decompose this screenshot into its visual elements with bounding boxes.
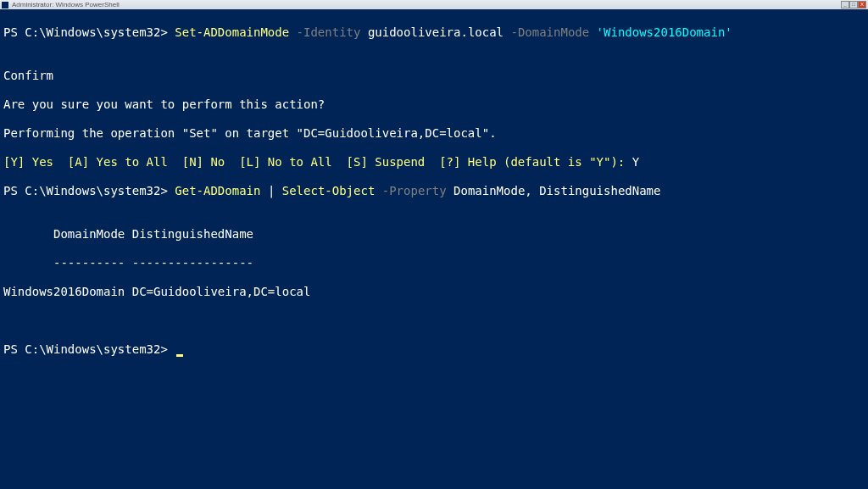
- window-title: Administrator: Windows PowerShell: [12, 1, 120, 8]
- titlebar: Administrator: Windows PowerShell _ □ X: [0, 0, 868, 9]
- close-button[interactable]: X: [858, 1, 866, 8]
- param-name: -Identity: [289, 25, 368, 39]
- current-prompt-line[interactable]: PS C:\Windows\system32>: [3, 342, 865, 357]
- cmdlet: Set-ADDomainMode: [175, 25, 289, 39]
- string-literal: 'Windows2016Domain': [597, 25, 732, 39]
- cmd-line-1: PS C:\Windows\system32> Set-ADDomainMode…: [3, 25, 865, 40]
- powershell-icon: [2, 2, 8, 8]
- prompt: PS C:\Windows\system32>: [3, 25, 175, 39]
- titlebar-left: Administrator: Windows PowerShell: [2, 1, 120, 8]
- cmdlet: Select-Object: [282, 184, 376, 197]
- confirm-operation: Performing the operation "Set" on target…: [3, 126, 865, 141]
- param-name: -DomainMode: [504, 25, 597, 39]
- table-divider: ---------- -----------------: [3, 256, 865, 270]
- confirm-options: [Y] Yes [A] Yes to All [N] No [L] No to …: [3, 155, 625, 169]
- cursor: [176, 354, 183, 357]
- pipe-operator: |: [260, 184, 281, 197]
- param-name: -Property: [375, 184, 453, 197]
- cmd-line-2: PS C:\Windows\system32> Get-ADDomain | S…: [3, 184, 865, 198]
- terminal-area[interactable]: PS C:\Windows\system32> Set-ADDomainMode…: [0, 9, 868, 373]
- prompt: PS C:\Windows\system32>: [3, 184, 175, 197]
- table-header: DomainMode DistinguishedName: [3, 227, 865, 242]
- param-value: DomainMode, DistinguishedName: [453, 184, 660, 197]
- param-value: guidooliveira.local: [368, 25, 504, 39]
- confirm-options-line: [Y] Yes [A] Yes to All [N] No [L] No to …: [3, 155, 865, 169]
- table-row: Windows2016Domain DC=Guidooliveira,DC=lo…: [3, 285, 865, 299]
- cmdlet: Get-ADDomain: [175, 184, 260, 197]
- confirm-answer: Y: [625, 155, 639, 169]
- maximize-button[interactable]: □: [849, 1, 858, 8]
- confirm-question: Are you sure you want to perform this ac…: [3, 97, 865, 112]
- confirm-header: Confirm: [3, 69, 865, 83]
- minimize-button[interactable]: _: [841, 1, 849, 8]
- window-controls: _ □ X: [841, 1, 866, 8]
- prompt: PS C:\Windows\system32>: [3, 342, 175, 356]
